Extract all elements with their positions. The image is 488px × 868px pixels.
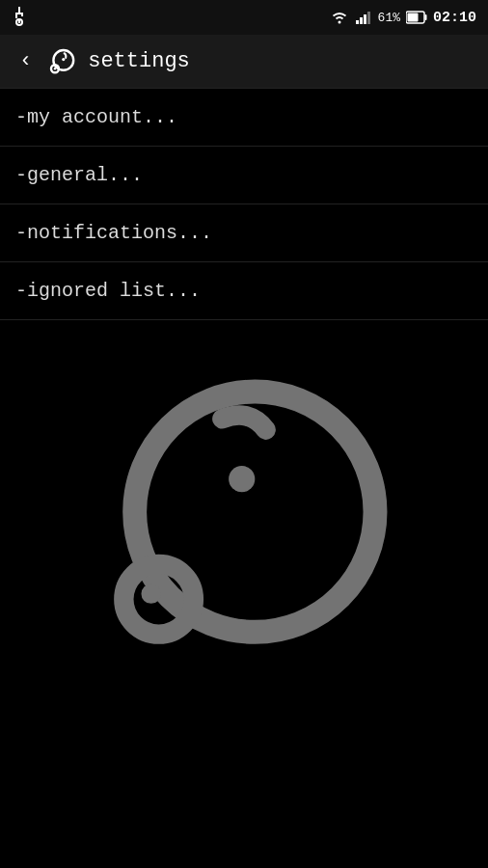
svg-rect-8	[360, 17, 363, 24]
menu-item-notifications[interactable]: -notifications...	[0, 204, 488, 262]
back-button[interactable]: ‹	[14, 45, 38, 77]
svg-rect-7	[356, 20, 359, 24]
app-logo-small	[47, 46, 78, 77]
signal-icon	[355, 10, 372, 25]
svg-rect-5	[18, 19, 20, 23]
svg-point-19	[229, 466, 255, 492]
usb-icon	[12, 7, 27, 28]
svg-point-21	[141, 583, 160, 603]
svg-rect-9	[364, 14, 366, 24]
battery-icon	[406, 11, 427, 24]
svg-rect-13	[407, 14, 418, 22]
app-logo-large	[80, 359, 408, 692]
menu-item-general[interactable]: -general...	[0, 147, 488, 204]
status-right: 61% 02:10	[330, 10, 476, 26]
svg-rect-10	[367, 12, 370, 24]
menu-item-ignored[interactable]: -ignored list...	[0, 262, 488, 320]
bg-logo-container	[0, 359, 488, 692]
status-time: 02:10	[433, 10, 476, 26]
svg-rect-2	[15, 13, 17, 18]
svg-point-6	[338, 21, 340, 24]
status-left	[12, 7, 27, 28]
battery-text: 61%	[378, 11, 400, 25]
status-bar: 61% 02:10	[0, 0, 488, 35]
svg-rect-12	[424, 14, 426, 20]
wifi-icon	[330, 10, 349, 25]
svg-point-17	[54, 68, 56, 69]
svg-point-15	[62, 58, 65, 61]
menu-item-account[interactable]: -my account...	[0, 89, 488, 147]
svg-rect-3	[21, 13, 23, 16]
toolbar-title: settings	[88, 49, 190, 73]
toolbar: ‹ settings	[0, 35, 488, 89]
menu-list: -my account... -general... -notification…	[0, 89, 488, 320]
